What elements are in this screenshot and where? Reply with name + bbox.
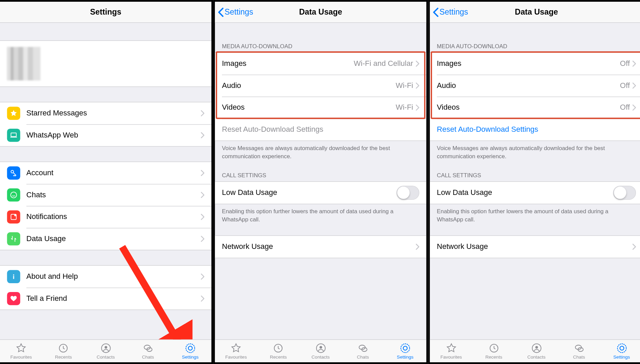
tab-settings[interactable]: Settings [600, 340, 640, 362]
row-label: Low Data Usage [222, 188, 396, 197]
navbar: Settings Data Usage [215, 2, 426, 23]
row-label: Reset Auto-Download Settings [437, 125, 636, 134]
profile-row[interactable] [0, 40, 211, 87]
row-audio[interactable]: Audio Off [430, 75, 640, 97]
row-label: About and Help [27, 272, 201, 281]
row-label: Starred Messages [27, 109, 201, 118]
row-value: Off [620, 81, 630, 90]
group-footer-call: Enabling this option further lowers the … [215, 204, 426, 223]
tab-chats[interactable]: Chats [127, 340, 169, 362]
tab-recents[interactable]: Recents [257, 340, 299, 362]
row-label: Tell a Friend [27, 294, 201, 303]
svg-point-18 [319, 346, 322, 348]
tab-contacts[interactable]: Contacts [299, 340, 342, 362]
tab-label: Contacts [312, 354, 330, 360]
tab-label: Chats [142, 354, 154, 360]
row-videos[interactable]: Videos Off [430, 96, 640, 119]
row-whatsapp-web[interactable]: WhatsApp Web [0, 124, 211, 146]
tab-contacts[interactable]: Contacts [515, 340, 558, 362]
chevron-right-icon [201, 274, 204, 280]
row-low-data-usage[interactable]: Low Data Usage [430, 182, 640, 204]
row-tell-friend[interactable]: Tell a Friend [0, 288, 211, 310]
tab-favourites[interactable]: Favourites [215, 340, 257, 362]
tab-settings[interactable]: Settings [169, 340, 211, 362]
row-label: Audio [437, 81, 620, 90]
row-starred-messages[interactable]: Starred Messages [0, 102, 211, 124]
tab-label: Chats [573, 354, 585, 360]
svg-point-15 [188, 346, 192, 350]
row-label: Videos [222, 103, 396, 112]
back-label: Settings [439, 7, 468, 17]
screen-data-usage-before: Settings Data Usage MEDIA AUTO-DOWNLOAD … [213, 0, 428, 364]
tab-contacts[interactable]: Contacts [85, 340, 127, 362]
tabbar: Favourites Recents Contacts Chats Settin… [215, 340, 426, 362]
svg-point-25 [535, 346, 538, 348]
chevron-right-icon [201, 295, 204, 302]
row-network-usage[interactable]: Network Usage [215, 236, 426, 258]
switch-low-data[interactable] [396, 186, 419, 200]
chevron-right-icon [201, 110, 204, 116]
tab-label: Contacts [527, 354, 546, 360]
screen-settings: Settings Starred Messages [0, 0, 213, 364]
row-audio[interactable]: Audio Wi-Fi [215, 75, 426, 97]
row-chats[interactable]: Chats [0, 184, 211, 206]
tab-label: Recents [485, 354, 502, 360]
chevron-right-icon [633, 244, 636, 250]
row-label: Data Usage [27, 235, 201, 243]
page-title: Data Usage [515, 7, 558, 17]
row-label: Audio [222, 81, 396, 90]
svg-point-2 [11, 170, 14, 173]
navbar: Settings Data Usage [430, 2, 640, 23]
switch-low-data[interactable] [613, 186, 636, 200]
content: Starred Messages WhatsApp Web [0, 23, 211, 339]
svg-point-28 [617, 344, 626, 352]
row-low-data-usage[interactable]: Low Data Usage [215, 182, 426, 204]
row-about-help[interactable]: About and Help [0, 266, 211, 288]
svg-point-6 [13, 274, 14, 275]
row-label: WhatsApp Web [27, 131, 201, 140]
group-header-media: MEDIA AUTO-DOWNLOAD [430, 43, 640, 52]
svg-rect-7 [13, 276, 14, 279]
tab-chats[interactable]: Chats [558, 340, 600, 362]
row-reset-auto-download[interactable]: Reset Auto-Download Settings [430, 119, 640, 141]
tab-label: Favourites [225, 354, 247, 360]
page-title: Data Usage [299, 7, 342, 17]
tab-favourites[interactable]: Favourites [430, 340, 472, 362]
row-data-usage[interactable]: Data Usage [0, 228, 211, 250]
back-button[interactable]: Settings [432, 7, 468, 17]
svg-point-22 [403, 346, 407, 350]
row-label: Notifications [27, 213, 201, 221]
tab-chats[interactable]: Chats [342, 340, 384, 362]
chevron-right-icon [633, 60, 636, 67]
content: MEDIA AUTO-DOWNLOAD Images Wi-Fi and Cel… [215, 23, 426, 339]
chevron-right-icon [633, 83, 636, 89]
chevron-right-icon [201, 170, 204, 176]
row-images[interactable]: Images Off [430, 53, 640, 75]
row-notifications[interactable]: Notifications [0, 206, 211, 228]
row-label: Account [27, 169, 201, 178]
row-label: Low Data Usage [437, 188, 613, 197]
chevron-right-icon [201, 236, 204, 242]
row-value: Off [620, 59, 630, 68]
data-usage-icon [7, 232, 20, 245]
tab-label: Favourites [10, 354, 32, 360]
row-label: Images [437, 59, 620, 68]
row-images[interactable]: Images Wi-Fi and Cellular [215, 53, 426, 75]
tab-recents[interactable]: Recents [42, 340, 84, 362]
row-account[interactable]: Account [0, 162, 211, 184]
row-label: Chats [27, 190, 201, 199]
tab-label: Favourites [440, 354, 462, 360]
row-reset-auto-download: Reset Auto-Download Settings [215, 119, 426, 141]
group-footer-media: Voice Messages are always automatically … [430, 141, 640, 160]
tabbar: Favourites Recents Contacts Chats Settin… [0, 340, 211, 362]
row-videos[interactable]: Videos Wi-Fi [215, 96, 426, 119]
tab-recents[interactable]: Recents [472, 340, 515, 362]
back-button[interactable]: Settings [218, 7, 253, 17]
svg-rect-0 [11, 133, 16, 136]
screen-data-usage-after: Settings Data Usage MEDIA AUTO-DOWNLOAD … [428, 0, 640, 364]
tab-favourites[interactable]: Favourites [0, 340, 42, 362]
row-value: Wi-Fi [396, 81, 413, 90]
heart-icon [7, 292, 20, 305]
row-network-usage[interactable]: Network Usage [430, 236, 640, 258]
tab-settings[interactable]: Settings [384, 340, 426, 362]
